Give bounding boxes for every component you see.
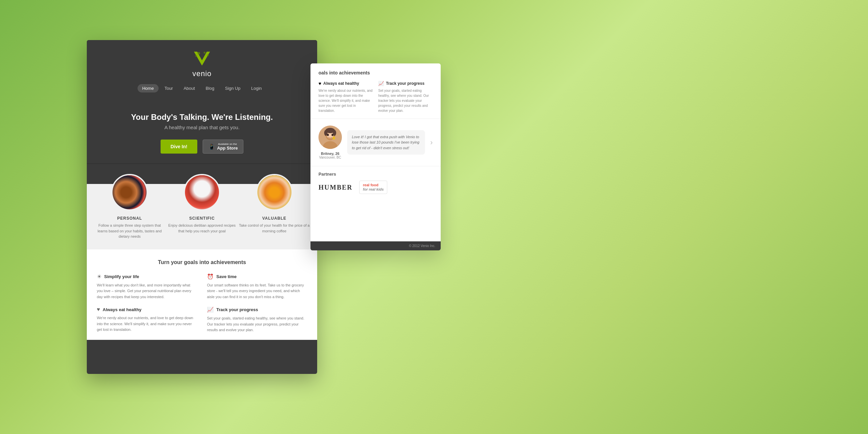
goal-healthy: ♥ Always eat healthy We're nerdy about o…	[97, 307, 197, 333]
testimonial-quote: Love it! I got that extra push with Veni…	[347, 130, 425, 155]
svg-point-1	[198, 52, 200, 55]
testimonial-location: Vancouver, BC	[319, 156, 341, 159]
goals-title: Turn your goals into achievements	[97, 259, 307, 266]
side-progress-icon: 📈	[378, 81, 384, 86]
testimonial-section: Britney, 26 Vancouver, BC Love it! I got…	[310, 119, 441, 166]
side-goal-progress-header: 📈 Track your progress	[378, 81, 433, 86]
goal-healthy-title: Always eat healthy	[103, 307, 142, 312]
svg-point-4	[195, 55, 197, 57]
hero-buttons: Dive In! 📱 Available on the App Store	[100, 140, 304, 154]
feature-personal: PERSONAL Follow a simple three step syst…	[94, 184, 165, 239]
svg-marker-0	[194, 52, 210, 65]
goal-progress: 📈 Track your progress Set your goals, st…	[207, 307, 307, 333]
side-goal-progress: 📈 Track your progress Set your goals, st…	[378, 81, 433, 113]
goal-simplify: ☀ Simplify your life We'll learn what yo…	[97, 273, 197, 300]
side-goal-healthy: ♥ Always eat healthy We're nerdy about o…	[318, 81, 373, 113]
goal-savetime: ⏰ Save time Our smart software thinks on…	[207, 273, 307, 300]
feature-valuable: VALUABLE Take control of your health for…	[238, 184, 310, 239]
feature-scientific-desc: Enjoy delicious dietitian approved recip…	[166, 223, 238, 234]
food-salmon-image	[257, 175, 291, 209]
side-achievements: oals into achievements ♥ Always eat heal…	[310, 63, 441, 119]
main-window: venio Home Tour About Blog Sign Up Login…	[87, 40, 317, 374]
app-header: venio Home Tour About Blog Sign Up Login	[87, 40, 317, 109]
side-healthy-icon: ♥	[318, 81, 321, 86]
side-goals-grid: ♥ Always eat healthy We're nerdy about o…	[318, 81, 433, 113]
logo-icon	[192, 50, 212, 67]
simplify-icon: ☀	[97, 273, 101, 280]
feature-circle-valuable	[256, 174, 293, 211]
features-section: PERSONAL Follow a simple three step syst…	[87, 184, 317, 249]
goals-grid: ☀ Simplify your life We'll learn what yo…	[97, 273, 307, 334]
side-goal-healthy-title: Always eat healthy	[323, 81, 359, 86]
svg-point-12	[324, 130, 328, 136]
goal-savetime-header: ⏰ Save time	[207, 273, 307, 280]
nav-signup[interactable]: Sign Up	[220, 84, 245, 92]
nav-login[interactable]: Login	[246, 84, 267, 92]
side-goal-progress-desc: Set your goals, started eating healthy, …	[378, 88, 433, 113]
hero-subtitle: A healthy meal plan that gets you.	[100, 125, 304, 130]
side-goal-progress-title: Track your progress	[386, 81, 424, 86]
partner-realfood-logo: real foodfor real kids	[359, 181, 387, 194]
appstore-text: Available on the App Store	[217, 143, 238, 151]
feature-personal-name: PERSONAL	[94, 216, 165, 221]
feature-valuable-desc: Take control of your health for the pric…	[238, 223, 310, 234]
hero-title: Your Body's Talking. We're Listening.	[100, 113, 304, 122]
feature-scientific: SCIENTIFIC Enjoy delicious dietitian app…	[166, 184, 238, 239]
progress-icon: 📈	[207, 307, 214, 313]
food-berries-image	[113, 175, 147, 209]
goal-simplify-header: ☀ Simplify your life	[97, 273, 197, 280]
appstore-button[interactable]: 📱 Available on the App Store	[203, 140, 243, 154]
goal-progress-title: Track your progress	[216, 307, 258, 312]
feature-scientific-name: SCIENTIFIC	[166, 216, 238, 221]
food-bowl-image	[185, 175, 219, 209]
nav-bar: Home Tour About Blog Sign Up Login	[93, 84, 310, 92]
goals-section: Turn your goals into achievements ☀ Simp…	[87, 249, 317, 340]
partner-realfood-text: real foodfor real kids	[363, 183, 383, 192]
goal-healthy-desc: We're nerdy about our nutrients, and lov…	[97, 315, 197, 333]
phone-icon: 📱	[208, 144, 215, 150]
testimonial-avatar	[318, 126, 342, 149]
healthy-icon: ♥	[97, 307, 100, 312]
goal-progress-desc: Set your goals, started eating healthy, …	[207, 315, 307, 333]
svg-point-15	[333, 136, 335, 137]
side-achievements-title: oals into achievements	[318, 70, 433, 75]
dive-in-button[interactable]: Dive In!	[161, 140, 198, 154]
goal-savetime-title: Save time	[216, 274, 237, 279]
side-goal-healthy-header: ♥ Always eat healthy	[318, 81, 373, 86]
nav-tour[interactable]: Tour	[160, 84, 178, 92]
svg-point-3	[207, 54, 209, 56]
nav-about[interactable]: About	[179, 84, 199, 92]
testimonial-left: Britney, 26 Vancouver, BC	[318, 126, 342, 159]
feature-circle-personal	[111, 174, 148, 211]
svg-point-13	[333, 130, 336, 136]
footer-copyright: © 2012 Venio Inc.	[409, 244, 435, 248]
side-window: oals into achievements ♥ Always eat heal…	[310, 63, 441, 250]
svg-point-2	[204, 52, 206, 54]
nav-blog[interactable]: Blog	[201, 84, 219, 92]
partners-section: Partners HUMBER real foodfor real kids	[310, 166, 441, 199]
goal-savetime-desc: Our smart software thinks on its feet. T…	[207, 282, 307, 300]
partners-title: Partners	[318, 172, 433, 177]
savetime-icon: ⏰	[207, 273, 214, 280]
goal-healthy-header: ♥ Always eat healthy	[97, 307, 197, 312]
app-title: venio	[93, 69, 310, 78]
partner-humber-logo: HUMBER	[318, 184, 352, 191]
nav-home[interactable]: Home	[137, 84, 159, 92]
feature-valuable-name: VALUABLE	[238, 216, 310, 221]
feature-personal-desc: Follow a simple three step system that l…	[94, 223, 165, 239]
side-footer: © 2012 Venio Inc.	[310, 241, 441, 250]
goal-simplify-title: Simplify your life	[104, 274, 139, 279]
hero-section: Your Body's Talking. We're Listening. A …	[87, 109, 317, 164]
side-goal-healthy-desc: We're nerdy about our nutrients, and lov…	[318, 88, 373, 113]
goal-progress-header: 📈 Track your progress	[207, 307, 307, 313]
goal-simplify-desc: We'll learn what you don't like, and mor…	[97, 282, 197, 300]
testimonial-name: Britney, 26	[321, 152, 339, 156]
feature-circle-scientific	[184, 174, 220, 211]
partners-logos: HUMBER real foodfor real kids	[318, 181, 433, 194]
testimonial-next-button[interactable]: ›	[430, 138, 433, 147]
